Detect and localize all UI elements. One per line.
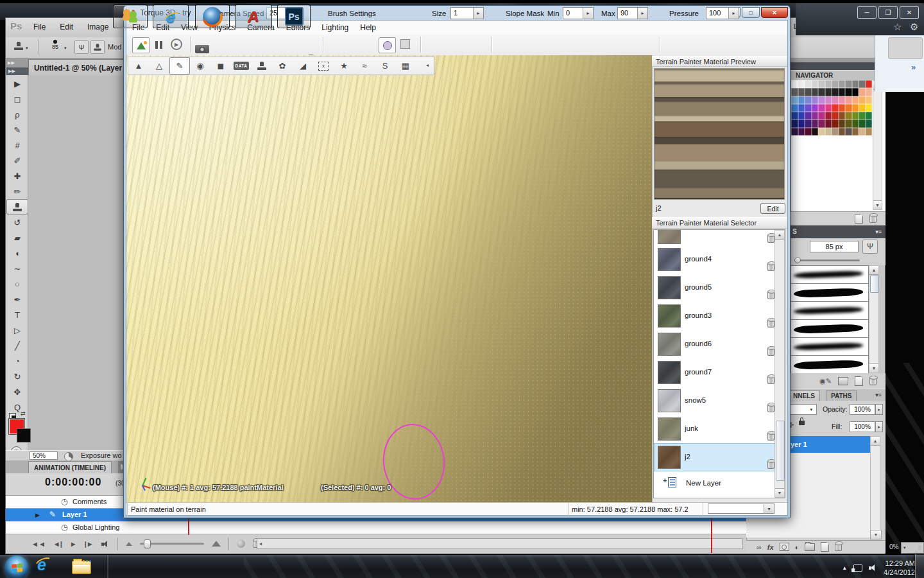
spinner-icon[interactable]: ▸ (637, 8, 647, 19)
scroll-up-icon[interactable]: ▲ (775, 231, 784, 240)
taskbar-photoshop-button[interactable]: Ps (277, 4, 311, 28)
smudge-tool[interactable]: ∼ (6, 261, 28, 276)
scroll-down-icon[interactable]: ▼ (775, 488, 784, 497)
swatch[interactable] (798, 104, 805, 112)
scroll-up-icon[interactable]: ▲ (871, 437, 880, 446)
material-row-snow5[interactable]: snow5 (654, 387, 785, 415)
pencil-tool[interactable]: ✏ (6, 184, 28, 199)
scroll-down-icon[interactable]: ▼ (869, 363, 878, 372)
hand-tool[interactable]: ✥ (6, 384, 28, 399)
world-editor-button[interactable] (132, 37, 150, 53)
swatch[interactable] (852, 128, 859, 136)
material-list-scrollbar[interactable]: ▲ ▼ (774, 230, 785, 498)
favorites-star-icon[interactable]: ☆ (893, 21, 902, 33)
brush-preset-row[interactable] (791, 338, 868, 356)
swatch[interactable] (812, 112, 819, 119)
delete-material-icon[interactable] (767, 263, 774, 271)
scroll-thumb[interactable] (776, 421, 785, 481)
preview-brush-icon[interactable]: ◉✎ (819, 377, 832, 385)
ps-menu-image[interactable]: Image (87, 22, 108, 31)
orbit-tool[interactable]: ↻ (6, 369, 28, 384)
brushes-tab-fragment[interactable]: S (792, 228, 797, 235)
slope-min-field[interactable]: 0 ▸ (563, 7, 594, 19)
material-row-ground3[interactable]: ground3 (654, 302, 785, 330)
brush-size-field[interactable]: 1 ▸ (450, 7, 484, 19)
network-icon[interactable] (853, 565, 862, 572)
swatch[interactable] (791, 112, 798, 119)
torque-menu-lighting[interactable]: Lighting (316, 23, 354, 32)
fill-field[interactable]: 100% (850, 421, 875, 432)
terrain-mesh-road-tool[interactable]: ▦ (395, 57, 416, 74)
swatch[interactable] (839, 96, 846, 104)
swatch[interactable] (845, 80, 852, 88)
swatch[interactable] (818, 80, 825, 88)
swatches-scrollbar[interactable]: ▲ ▼ (873, 80, 882, 210)
swatch[interactable] (825, 80, 832, 88)
next-frame-button[interactable]: |► (85, 540, 94, 548)
tab-paths[interactable]: PATHS (826, 390, 857, 401)
eraser-tool[interactable]: ▰ (6, 230, 28, 245)
swatch[interactable] (859, 119, 866, 127)
timeline-row-global-lighting[interactable]: ◷ Global Lighting (6, 521, 746, 534)
healing-brush-tool[interactable]: ✚ (6, 168, 28, 184)
delete-layer-icon[interactable] (835, 543, 842, 551)
brush-preset-row[interactable] (791, 284, 868, 302)
swatch[interactable] (805, 80, 812, 88)
brush-preview-caret[interactable]: ▾ (64, 46, 67, 51)
swatch[interactable] (852, 104, 859, 112)
lasso-tool[interactable]: ρ (6, 107, 28, 122)
swatch[interactable] (859, 80, 866, 88)
show-desktop-button[interactable] (915, 554, 924, 578)
brush-size-slider[interactable] (794, 259, 860, 261)
swatch[interactable] (805, 119, 812, 127)
swatch[interactable] (818, 96, 825, 104)
swatch[interactable] (839, 88, 846, 96)
toggle-clone-source-button[interactable] (90, 40, 105, 54)
object-editor-button[interactable] (154, 40, 163, 51)
scroll-thumb[interactable] (870, 275, 879, 293)
swatch[interactable] (818, 88, 825, 96)
swatch[interactable] (852, 88, 859, 96)
swatch[interactable] (845, 88, 852, 96)
swatch[interactable] (812, 119, 819, 127)
swatch[interactable] (798, 96, 805, 104)
expand-triangle-icon[interactable]: ▶ (35, 512, 40, 518)
swatch[interactable] (798, 88, 805, 96)
brush-size-field[interactable]: 85 px (810, 241, 859, 252)
clone-stamp-tool[interactable] (6, 199, 28, 215)
swatch[interactable] (866, 104, 873, 112)
zoom-in-timeline-icon[interactable] (212, 541, 221, 547)
swatch[interactable] (805, 128, 812, 136)
eyedropper-tool[interactable]: ✐ (6, 153, 28, 168)
tab-channels-fragment[interactable]: NNELS (788, 390, 820, 401)
background-color-swatch[interactable] (17, 428, 31, 442)
swatch[interactable] (805, 96, 812, 104)
swatch[interactable] (791, 80, 798, 88)
swatch[interactable] (798, 128, 805, 136)
terrain-area-select-tool[interactable]: x (313, 57, 334, 74)
scroll-up-icon[interactable]: ▲ (869, 266, 878, 275)
swatch[interactable] (866, 128, 873, 136)
opacity-field[interactable]: 100% (850, 404, 875, 415)
brush-preset-row[interactable] (791, 302, 868, 320)
swatch[interactable] (791, 128, 798, 136)
swatch[interactable] (812, 80, 819, 88)
layer-style-icon[interactable]: fx (767, 543, 774, 551)
link-layers-icon[interactable]: ∞ (757, 543, 762, 551)
spinner-icon[interactable]: ▸ (583, 8, 593, 19)
dodge-tool[interactable]: ○ (6, 276, 28, 292)
brushes-scrollbar[interactable]: ▲ ▼ (869, 265, 879, 373)
swatch[interactable] (859, 88, 866, 96)
swatch[interactable] (812, 128, 819, 136)
brush-dynamics-button[interactable]: Ψ (862, 240, 878, 254)
swatch[interactable] (852, 80, 859, 88)
volume-icon[interactable] (869, 565, 877, 571)
new-group-icon[interactable] (805, 543, 815, 551)
lock-all-icon[interactable] (799, 421, 805, 425)
swatch[interactable] (791, 104, 798, 112)
terrain-foliage-tool[interactable]: ✿ (272, 57, 293, 74)
swatch[interactable] (859, 104, 866, 112)
line-tool[interactable]: ╱ (6, 338, 28, 353)
delete-material-icon[interactable] (767, 432, 774, 441)
adjustment-layer-icon[interactable]: ◐ (795, 543, 800, 551)
